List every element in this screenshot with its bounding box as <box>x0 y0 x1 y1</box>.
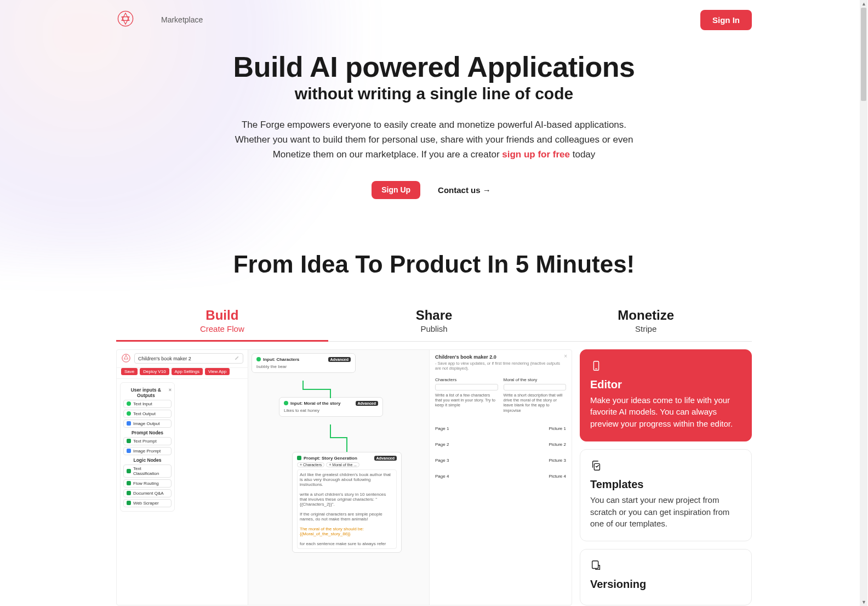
preview-title: Children's book maker 2.0 <box>435 354 566 360</box>
sign-in-button[interactable]: Sign In <box>700 10 752 30</box>
flow-canvas: Input: CharactersAdvanced bubbly the bea… <box>248 350 429 605</box>
preview-page-row: Page 3Picture 3 <box>435 452 566 468</box>
mini-logo-icon <box>121 353 131 364</box>
field-hint: Write a list of a few characters that yo… <box>435 393 498 408</box>
hero-subtitle: without writing a single line of code <box>116 84 752 103</box>
hero-title: Build AI powered Applications <box>116 50 752 83</box>
tab-subtitle: Stripe <box>540 324 752 333</box>
field-input <box>435 384 498 390</box>
feature-card-templates[interactable]: Templates You can start your new project… <box>580 449 752 541</box>
feature-card-versioning[interactable]: Versioning <box>580 549 752 605</box>
flow-node-input: Input: Moral of the storyAdvanced Likes … <box>279 397 383 417</box>
contact-us-button[interactable]: Contact us → <box>432 181 496 199</box>
tab-build[interactable]: Build Create Flow <box>116 308 328 342</box>
close-icon: × <box>564 353 567 359</box>
preview-subtitle: - Save app to view updates, or if first … <box>435 361 566 371</box>
close-icon: × <box>169 387 172 398</box>
field-label: Moral of the story <box>504 377 567 382</box>
palette-group-title: Logic Nodes <box>123 457 172 463</box>
palette-item: Text Classification <box>123 465 172 478</box>
logo-icon[interactable] <box>116 9 135 30</box>
palette-item: Web Scraper <box>123 499 172 507</box>
feature-title: Editor <box>590 378 741 391</box>
palette-item: Flow Routing <box>123 479 172 488</box>
feature-title: Templates <box>590 478 741 491</box>
feature-title: Versioning <box>590 578 741 591</box>
tab-share[interactable]: Share Publish <box>328 308 540 341</box>
mini-settings-button: App Settings <box>172 368 203 375</box>
preview-pane: × Children's book maker 2.0 - Save app t… <box>429 350 572 605</box>
version-icon <box>590 559 741 578</box>
palette-item: Document Q&A <box>123 489 172 497</box>
app-name-text: Children's book maker 2 <box>138 356 191 361</box>
flow-node-prompt: Prompt: Story GenerationAdvanced + Chara… <box>292 452 402 553</box>
palette-item: Text Prompt <box>123 437 172 445</box>
scrollbar-thumb[interactable] <box>861 8 866 101</box>
tab-title: Share <box>328 308 540 323</box>
feature-card-editor[interactable]: Editor Make your ideas come to life with… <box>580 349 752 441</box>
tab-monetize[interactable]: Monetize Stripe <box>540 308 752 341</box>
mini-deploy-button: Deploy V10 <box>140 368 169 375</box>
pencil-icon <box>235 355 239 361</box>
nav-marketplace[interactable]: Marketplace <box>161 15 203 24</box>
tab-title: Monetize <box>540 308 752 323</box>
field-input <box>504 384 567 390</box>
feature-desc: Make your ideas come to life with your f… <box>590 394 741 430</box>
hero-description: The Forge empowers everyone to easily cr… <box>226 117 642 162</box>
sign-up-button[interactable]: Sign Up <box>372 181 420 199</box>
field-label: Characters <box>435 377 498 382</box>
svg-rect-5 <box>592 561 598 569</box>
preview-page-row: Page 4Picture 4 <box>435 468 566 484</box>
scroll-up-icon[interactable]: ▲ <box>861 1 866 7</box>
palette-group-title: User inputs & Outputs× <box>123 387 172 398</box>
preview-page-row: Page 2Picture 2 <box>435 437 566 452</box>
tab-title: Build <box>116 308 328 323</box>
palette-item: Text Output <box>123 410 172 418</box>
copy-icon <box>590 460 741 478</box>
palette-group-title: Prompt Nodes <box>123 430 172 435</box>
signup-free-link[interactable]: sign up for free <box>502 149 570 160</box>
mini-save-button: Save <box>121 368 138 375</box>
phone-icon <box>590 360 741 378</box>
hero-desc-post: today <box>570 149 595 160</box>
palette-item: Image Prompt <box>123 447 172 455</box>
section-title: From Idea To Product In 5 Minutes! <box>116 251 752 278</box>
feature-desc: You can start your new project from scra… <box>590 494 741 530</box>
palette-item: Image Output <box>123 420 172 428</box>
tabs: Build Create Flow Share Publish Monetize… <box>116 308 752 342</box>
chip: + Moral of the ... <box>326 462 359 467</box>
palette-item: Text Input <box>123 400 172 408</box>
scroll-down-icon[interactable]: ▼ <box>861 599 866 605</box>
chip: + Characters <box>297 462 324 467</box>
preview-page-row: Page 1Picture 1 <box>435 421 566 437</box>
tab-subtitle: Create Flow <box>116 324 328 333</box>
tab-subtitle: Publish <box>328 324 540 333</box>
field-hint: Write a short description that will driv… <box>504 393 567 414</box>
site-header: Marketplace Sign In <box>116 0 752 32</box>
mini-view-button: View App <box>205 368 230 375</box>
app-name-field: Children's book maker 2 <box>134 353 243 364</box>
editor-preview-image: Children's book maker 2 Save Deploy V10 … <box>116 349 572 606</box>
hero-section: Build AI powered Applications without wr… <box>116 32 752 210</box>
flow-node-input: Input: CharactersAdvanced bubbly the bea… <box>252 353 356 373</box>
scrollbar[interactable]: ▲ ▼ <box>860 0 867 606</box>
